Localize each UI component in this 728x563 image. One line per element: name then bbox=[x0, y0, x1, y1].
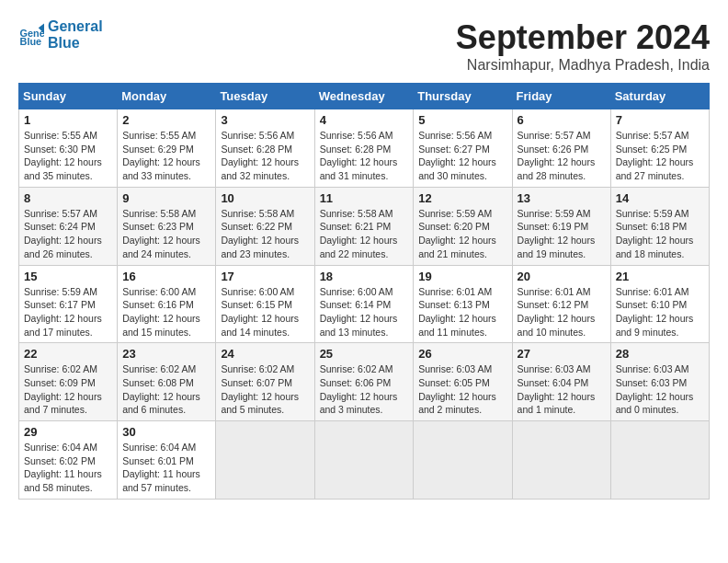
day-info: Sunrise: 6:02 AMSunset: 6:07 PMDaylight:… bbox=[221, 362, 309, 417]
calendar-cell: 9Sunrise: 5:58 AMSunset: 6:23 PMDaylight… bbox=[118, 187, 216, 265]
day-info: Sunrise: 5:56 AMSunset: 6:27 PMDaylight:… bbox=[418, 129, 506, 183]
page-header: General Blue General Blue September 2024… bbox=[18, 18, 710, 74]
day-number: 26 bbox=[418, 347, 506, 361]
day-info: Sunrise: 5:56 AMSunset: 6:28 PMDaylight:… bbox=[221, 129, 309, 183]
calendar-cell: 30Sunrise: 6:04 AMSunset: 6:01 PMDayligh… bbox=[118, 421, 216, 500]
day-number: 8 bbox=[24, 191, 112, 205]
day-info: Sunrise: 5:58 AMSunset: 6:23 PMDaylight:… bbox=[122, 207, 210, 261]
day-info: Sunrise: 6:01 AMSunset: 6:12 PMDaylight:… bbox=[518, 285, 606, 339]
calendar-cell bbox=[216, 421, 314, 500]
calendar-cell: 27Sunrise: 6:03 AMSunset: 6:04 PMDayligh… bbox=[512, 343, 610, 421]
calendar-cell: 7Sunrise: 5:57 AMSunset: 6:25 PMDaylight… bbox=[610, 109, 709, 188]
day-number: 10 bbox=[221, 191, 309, 205]
calendar-cell: 2Sunrise: 5:55 AMSunset: 6:29 PMDaylight… bbox=[118, 109, 216, 188]
header-friday: Friday bbox=[512, 84, 610, 109]
day-info: Sunrise: 5:55 AMSunset: 6:29 PMDaylight:… bbox=[122, 129, 210, 183]
calendar-cell: 1Sunrise: 5:55 AMSunset: 6:30 PMDaylight… bbox=[19, 109, 118, 188]
calendar-week-row: 22Sunrise: 6:02 AMSunset: 6:09 PMDayligh… bbox=[19, 343, 710, 421]
header-sunday: Sunday bbox=[19, 84, 118, 109]
calendar-cell: 14Sunrise: 5:59 AMSunset: 6:18 PMDayligh… bbox=[610, 187, 709, 265]
calendar-week-row: 29Sunrise: 6:04 AMSunset: 6:02 PMDayligh… bbox=[19, 421, 710, 500]
day-info: Sunrise: 6:04 AMSunset: 6:01 PMDaylight:… bbox=[122, 441, 210, 495]
header-saturday: Saturday bbox=[610, 84, 709, 109]
day-info: Sunrise: 5:57 AMSunset: 6:26 PMDaylight:… bbox=[518, 129, 606, 183]
day-number: 1 bbox=[24, 113, 112, 127]
svg-text:Blue: Blue bbox=[20, 35, 42, 46]
calendar-cell bbox=[414, 421, 512, 500]
day-number: 9 bbox=[122, 191, 210, 205]
day-info: Sunrise: 6:00 AMSunset: 6:15 PMDaylight:… bbox=[221, 285, 309, 339]
calendar-week-row: 15Sunrise: 5:59 AMSunset: 6:17 PMDayligh… bbox=[19, 265, 710, 343]
day-number: 12 bbox=[418, 191, 506, 205]
day-info: Sunrise: 5:56 AMSunset: 6:28 PMDaylight:… bbox=[320, 129, 409, 183]
day-info: Sunrise: 6:00 AMSunset: 6:14 PMDaylight:… bbox=[320, 285, 409, 339]
header-wednesday: Wednesday bbox=[314, 84, 414, 109]
day-info: Sunrise: 6:04 AMSunset: 6:02 PMDaylight:… bbox=[24, 441, 112, 495]
calendar-cell: 8Sunrise: 5:57 AMSunset: 6:24 PMDaylight… bbox=[19, 187, 118, 265]
day-number: 15 bbox=[24, 270, 112, 283]
month-title: September 2024 bbox=[456, 18, 710, 57]
day-number: 20 bbox=[518, 270, 606, 283]
day-info: Sunrise: 5:58 AMSunset: 6:21 PMDaylight:… bbox=[320, 207, 409, 261]
day-info: Sunrise: 5:59 AMSunset: 6:18 PMDaylight:… bbox=[616, 207, 704, 261]
day-info: Sunrise: 6:00 AMSunset: 6:16 PMDaylight:… bbox=[122, 285, 210, 339]
calendar-cell: 21Sunrise: 6:01 AMSunset: 6:10 PMDayligh… bbox=[610, 265, 709, 343]
calendar-cell: 24Sunrise: 6:02 AMSunset: 6:07 PMDayligh… bbox=[216, 343, 314, 421]
day-number: 22 bbox=[24, 347, 112, 361]
day-info: Sunrise: 6:03 AMSunset: 6:05 PMDaylight:… bbox=[418, 362, 506, 417]
day-number: 17 bbox=[221, 270, 309, 283]
title-section: September 2024 Narsimhapur, Madhya Prade… bbox=[456, 18, 710, 74]
calendar-cell: 10Sunrise: 5:58 AMSunset: 6:22 PMDayligh… bbox=[216, 187, 314, 265]
calendar-cell: 12Sunrise: 5:59 AMSunset: 6:20 PMDayligh… bbox=[414, 187, 512, 265]
logo-line1: General bbox=[48, 18, 103, 35]
day-info: Sunrise: 6:02 AMSunset: 6:06 PMDaylight:… bbox=[320, 362, 409, 417]
header-monday: Monday bbox=[118, 84, 216, 109]
calendar-cell: 17Sunrise: 6:00 AMSunset: 6:15 PMDayligh… bbox=[216, 265, 314, 343]
day-info: Sunrise: 6:02 AMSunset: 6:08 PMDaylight:… bbox=[122, 362, 210, 417]
day-info: Sunrise: 5:57 AMSunset: 6:24 PMDaylight:… bbox=[24, 207, 112, 261]
calendar-cell bbox=[512, 421, 610, 500]
calendar-week-row: 1Sunrise: 5:55 AMSunset: 6:30 PMDaylight… bbox=[19, 109, 710, 188]
day-number: 13 bbox=[518, 191, 606, 205]
day-info: Sunrise: 6:02 AMSunset: 6:09 PMDaylight:… bbox=[24, 362, 112, 417]
calendar-cell: 16Sunrise: 6:00 AMSunset: 6:16 PMDayligh… bbox=[118, 265, 216, 343]
calendar-cell: 4Sunrise: 5:56 AMSunset: 6:28 PMDaylight… bbox=[314, 109, 414, 188]
day-info: Sunrise: 5:57 AMSunset: 6:25 PMDaylight:… bbox=[616, 129, 704, 183]
day-number: 2 bbox=[122, 113, 210, 127]
calendar-cell: 6Sunrise: 5:57 AMSunset: 6:26 PMDaylight… bbox=[512, 109, 610, 188]
day-info: Sunrise: 5:59 AMSunset: 6:19 PMDaylight:… bbox=[518, 207, 606, 261]
calendar-body: 1Sunrise: 5:55 AMSunset: 6:30 PMDaylight… bbox=[19, 109, 710, 500]
calendar-cell: 28Sunrise: 6:03 AMSunset: 6:03 PMDayligh… bbox=[610, 343, 709, 421]
calendar-cell bbox=[314, 421, 414, 500]
calendar-cell: 25Sunrise: 6:02 AMSunset: 6:06 PMDayligh… bbox=[314, 343, 414, 421]
day-number: 19 bbox=[418, 270, 506, 283]
calendar-cell: 18Sunrise: 6:00 AMSunset: 6:14 PMDayligh… bbox=[314, 265, 414, 343]
calendar-cell: 5Sunrise: 5:56 AMSunset: 6:27 PMDaylight… bbox=[414, 109, 512, 188]
calendar-cell: 29Sunrise: 6:04 AMSunset: 6:02 PMDayligh… bbox=[19, 421, 118, 500]
calendar-cell: 20Sunrise: 6:01 AMSunset: 6:12 PMDayligh… bbox=[512, 265, 610, 343]
calendar-cell: 3Sunrise: 5:56 AMSunset: 6:28 PMDaylight… bbox=[216, 109, 314, 188]
logo: General Blue General Blue bbox=[18, 18, 103, 51]
calendar-cell: 22Sunrise: 6:02 AMSunset: 6:09 PMDayligh… bbox=[19, 343, 118, 421]
day-number: 23 bbox=[122, 347, 210, 361]
day-number: 14 bbox=[616, 191, 704, 205]
day-number: 6 bbox=[518, 113, 606, 127]
day-number: 29 bbox=[24, 425, 112, 439]
calendar-table: SundayMondayTuesdayWednesdayThursdayFrid… bbox=[18, 83, 710, 500]
day-number: 16 bbox=[122, 270, 210, 283]
day-number: 25 bbox=[320, 347, 409, 361]
day-number: 11 bbox=[320, 191, 409, 205]
day-number: 24 bbox=[221, 347, 309, 361]
day-number: 18 bbox=[320, 270, 409, 283]
day-number: 7 bbox=[616, 113, 704, 127]
calendar-cell: 23Sunrise: 6:02 AMSunset: 6:08 PMDayligh… bbox=[118, 343, 216, 421]
logo-line2: Blue bbox=[48, 35, 103, 52]
day-info: Sunrise: 6:03 AMSunset: 6:03 PMDaylight:… bbox=[616, 362, 704, 417]
day-info: Sunrise: 5:58 AMSunset: 6:22 PMDaylight:… bbox=[221, 207, 309, 261]
day-number: 28 bbox=[616, 347, 704, 361]
calendar-cell: 13Sunrise: 5:59 AMSunset: 6:19 PMDayligh… bbox=[512, 187, 610, 265]
calendar-week-row: 8Sunrise: 5:57 AMSunset: 6:24 PMDaylight… bbox=[19, 187, 710, 265]
day-info: Sunrise: 6:01 AMSunset: 6:10 PMDaylight:… bbox=[616, 285, 704, 339]
day-info: Sunrise: 6:03 AMSunset: 6:04 PMDaylight:… bbox=[518, 362, 606, 417]
day-info: Sunrise: 6:01 AMSunset: 6:13 PMDaylight:… bbox=[418, 285, 506, 339]
